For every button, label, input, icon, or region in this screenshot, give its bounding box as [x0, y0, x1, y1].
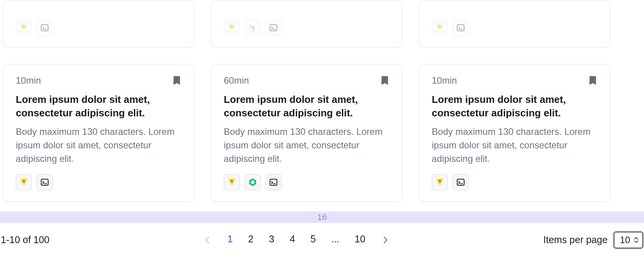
- content-card[interactable]: [211, 0, 402, 47]
- card-badges: [432, 174, 597, 190]
- card-duration: 10min: [16, 75, 41, 86]
- terminal-icon: [265, 20, 282, 36]
- card-title: Lorem ipsum dolor sit amet, consectetur …: [16, 93, 181, 120]
- terminal-icon: [453, 20, 469, 36]
- bookmark-icon[interactable]: [172, 75, 181, 86]
- stepper-icon: [634, 237, 639, 243]
- per-page-select[interactable]: 10: [614, 232, 643, 249]
- vault-icon: [432, 20, 448, 36]
- terminal-icon: [37, 20, 53, 36]
- content-card[interactable]: 60min Lorem ipsum dolor sit amet, consec…: [211, 64, 402, 202]
- per-page-label: Items per page: [543, 234, 608, 245]
- pager: 12345...10: [203, 233, 389, 246]
- card-body: Body maximum 130 characters. Lorem ipsum…: [432, 125, 597, 165]
- page-prev-button[interactable]: [203, 236, 212, 244]
- vault-icon: [16, 174, 32, 190]
- card-body: Body maximum 130 characters. Lorem ipsum…: [16, 125, 181, 165]
- pagination-bar: 1-10 of 100 12345...10 Items per page 10: [0, 223, 644, 249]
- page-next-button[interactable]: [381, 236, 389, 244]
- nomad-icon: [245, 174, 261, 190]
- page-number[interactable]: 10: [355, 233, 366, 246]
- page-ellipsis: ...: [331, 233, 339, 246]
- page-number[interactable]: 2: [248, 233, 253, 246]
- page-number[interactable]: 1: [227, 233, 233, 246]
- card-body: Body maximum 130 characters. Lorem ipsum…: [224, 125, 389, 165]
- content-card[interactable]: [3, 0, 194, 47]
- bookmark-icon[interactable]: [380, 75, 389, 86]
- content-card[interactable]: [419, 0, 610, 47]
- terminal-icon: [37, 174, 53, 190]
- vault-icon: [16, 20, 32, 36]
- page-number[interactable]: 5: [310, 233, 316, 246]
- bookmark-icon[interactable]: [588, 75, 597, 86]
- page-number[interactable]: 4: [290, 233, 295, 246]
- card-title: Lorem ipsum dolor sit amet, consectetur …: [224, 93, 389, 120]
- page-number[interactable]: 3: [269, 233, 274, 246]
- per-page-value: 10: [620, 235, 630, 245]
- content-card[interactable]: 10min Lorem ipsum dolor sit amet, consec…: [3, 64, 194, 202]
- card-row-partial: [3, 0, 641, 47]
- terminal-icon: [453, 174, 469, 190]
- vault-icon: [224, 174, 240, 190]
- card-duration: 60min: [224, 75, 249, 86]
- card-badges: [432, 20, 597, 36]
- terraform-icon: [245, 20, 261, 36]
- card-title: Lorem ipsum dolor sit amet, consectetur …: [432, 93, 597, 120]
- card-row: 10min Lorem ipsum dolor sit amet, consec…: [3, 64, 641, 202]
- card-badges: [16, 20, 181, 36]
- vault-icon: [224, 20, 240, 36]
- divider-label: 16: [317, 212, 327, 222]
- content-card[interactable]: 10min Lorem ipsum dolor sit amet, consec…: [419, 64, 610, 202]
- pagination-status: 1-10 of 100: [1, 234, 50, 245]
- card-badges: [224, 174, 389, 190]
- divider-strip: 16: [0, 212, 644, 223]
- card-badges: [16, 174, 181, 190]
- terminal-icon: [265, 174, 282, 190]
- card-duration: 10min: [432, 75, 457, 86]
- vault-icon: [432, 174, 448, 190]
- card-badges: [224, 20, 389, 36]
